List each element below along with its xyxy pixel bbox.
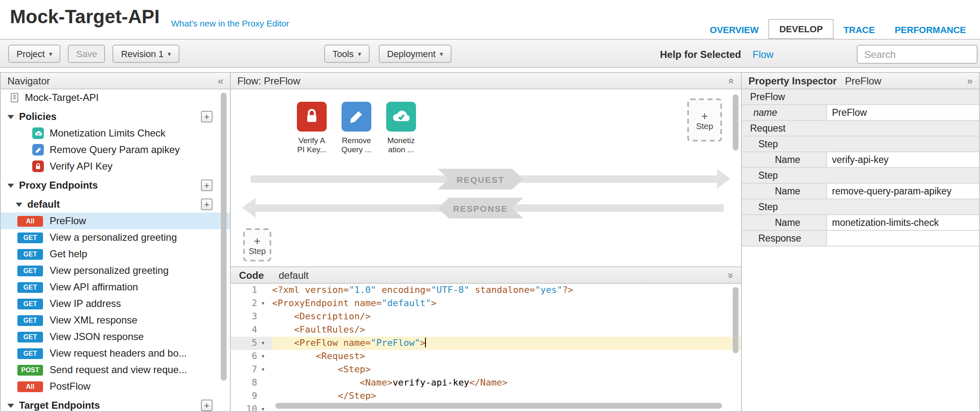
code-horizontal-scrollbar[interactable] xyxy=(275,403,722,409)
save-button[interactable]: Save xyxy=(68,45,105,63)
proxy-endpoints-section-header[interactable]: Proxy Endpoints + xyxy=(1,177,230,194)
navigator-root-item[interactable]: Mock-Target-API xyxy=(1,89,230,106)
tools-menu-button[interactable]: Tools ▾ xyxy=(324,45,369,63)
search-input[interactable] xyxy=(857,45,978,64)
get-badge: GET xyxy=(17,348,43,359)
gutter-cell: 3 xyxy=(231,310,272,323)
code-token: name= xyxy=(349,298,382,309)
code-line[interactable]: 1<?xml version="1.0" encoding="UTF-8" st… xyxy=(231,284,741,297)
navigator-scrollbar[interactable] xyxy=(221,93,227,381)
code-token xyxy=(272,324,294,335)
code-text: <FaultRules/> xyxy=(272,323,741,337)
monetization-node[interactable] xyxy=(386,102,416,132)
flow-item[interactable]: GET View request headers and bo... xyxy=(1,345,230,362)
tab-performance[interactable]: PERFORMANCE xyxy=(885,21,976,39)
tab-trace[interactable]: TRACE xyxy=(834,21,885,39)
property-value[interactable]: PreFlow xyxy=(826,105,979,120)
deployment-menu-button[interactable]: Deployment ▾ xyxy=(379,45,451,63)
fold-arrow-icon[interactable]: ▾ xyxy=(257,350,269,363)
caret-down-icon: ▾ xyxy=(167,50,171,57)
navigator-title: Navigator xyxy=(7,75,50,86)
code-line[interactable]: 9 </Step> xyxy=(231,390,741,403)
policy-item-monetization[interactable]: Monetization Limits Check xyxy=(1,125,230,141)
tab-develop[interactable]: DEVELOP xyxy=(769,19,834,39)
property-label: name xyxy=(742,105,826,120)
gutter-cell: 9 xyxy=(231,390,272,403)
policy-item-remove-query-param[interactable]: Remove Query Param apikey xyxy=(1,141,230,158)
policies-section-header[interactable]: Policies + xyxy=(1,108,230,125)
code-line[interactable]: 5▾ <PreFlow name="PreFlow"> xyxy=(231,337,741,350)
policy-item-verify-api-key[interactable]: Verify API Key xyxy=(1,158,230,175)
add-step-button-request[interactable]: + Step xyxy=(687,98,722,141)
flow-item-preflow[interactable]: All PreFlow xyxy=(1,213,230,229)
code-line[interactable]: 3 <Description/> xyxy=(231,310,741,323)
section-row-step: Step xyxy=(742,137,979,152)
revision-menu-button[interactable]: Revision 1 ▾ xyxy=(113,45,179,63)
line-number: 5 xyxy=(231,337,257,350)
code-vertical-scrollbar[interactable] xyxy=(733,287,739,353)
code-line[interactable]: 6▾ <Request> xyxy=(231,350,741,363)
get-badge: GET xyxy=(17,331,43,342)
flow-item[interactable]: GET View XML response xyxy=(1,312,230,328)
toolbar-left-group: Project ▾ Save Revision 1 ▾ xyxy=(8,45,179,63)
collapse-panel-icon[interactable]: « xyxy=(218,76,223,86)
add-proxy-endpoint-button[interactable]: + xyxy=(201,180,213,191)
flow-item[interactable]: GET View a personalized greeting xyxy=(1,229,230,246)
toolbar: Project ▾ Save Revision 1 ▾ Tools ▾ Depl… xyxy=(0,39,980,68)
remove-query-param-node[interactable] xyxy=(342,102,371,132)
flow-label: View a personalized greeting xyxy=(50,232,177,243)
property-value[interactable]: monetization-limits-check xyxy=(826,215,979,230)
get-badge: GET xyxy=(17,315,43,326)
property-value[interactable]: remove-query-param-apikey xyxy=(826,184,979,199)
line-number: 7 xyxy=(231,363,257,376)
target-endpoints-section-header[interactable]: Target Endpoints + xyxy=(1,397,230,411)
fold-arrow-icon[interactable]: ▾ xyxy=(257,337,269,350)
add-policy-button[interactable]: + xyxy=(201,111,213,122)
tab-overview[interactable]: OVERVIEW xyxy=(700,21,769,39)
add-target-endpoint-button[interactable]: + xyxy=(201,400,213,411)
section-label: Request xyxy=(742,121,826,136)
verify-api-key-node[interactable] xyxy=(297,102,327,132)
revision-label: Revision 1 xyxy=(121,49,164,59)
flow-item[interactable]: GET View personalized greeting xyxy=(1,262,230,279)
save-label: Save xyxy=(76,49,97,59)
project-menu-button[interactable]: Project ▾ xyxy=(8,45,61,63)
whats-new-link[interactable]: What's new in the Proxy Editor xyxy=(171,18,289,28)
flow-canvas-scrollbar[interactable] xyxy=(733,94,739,151)
code-line[interactable]: 8 <Name>verify-api-key</Name> xyxy=(231,376,741,390)
chevron-down-icon[interactable] xyxy=(16,202,22,206)
add-step-button-response[interactable]: + Step xyxy=(243,228,271,261)
add-flow-button[interactable]: + xyxy=(201,199,213,210)
node-label-line: ation ... xyxy=(388,145,414,154)
flow-item[interactable]: GET View JSON response xyxy=(1,328,230,345)
edit-policy-icon xyxy=(32,144,44,156)
fold-spacer xyxy=(257,284,269,297)
help-flow-link[interactable]: Flow xyxy=(753,49,774,60)
chevron-down-icon[interactable] xyxy=(7,183,14,187)
node-label-line: Monetiz xyxy=(387,136,415,145)
chevron-down-icon[interactable] xyxy=(7,115,14,119)
flow-item[interactable]: GET Get help xyxy=(1,246,230,262)
flow-item[interactable]: GET View IP address xyxy=(1,295,230,312)
fold-arrow-icon[interactable]: ▾ xyxy=(257,363,269,376)
flow-item[interactable]: GET View API affirmation xyxy=(1,279,230,295)
expand-panel-icon[interactable]: » xyxy=(967,76,973,86)
property-value[interactable] xyxy=(826,231,979,246)
line-number: 1 xyxy=(231,284,257,297)
code-token: "1.0" xyxy=(349,285,376,295)
code-line[interactable]: 2▾<ProxyEndpoint name="default"> xyxy=(231,297,741,310)
fold-arrow-icon[interactable]: ▾ xyxy=(257,297,269,310)
chevron-down-icon[interactable] xyxy=(7,403,14,407)
section-row-preflow: PreFlow xyxy=(742,89,979,105)
property-value[interactable]: verify-api-key xyxy=(826,152,979,167)
code-line[interactable]: 7▾ <Step> xyxy=(231,363,741,376)
flow-item[interactable]: POST Send request and view reque... xyxy=(1,362,230,378)
expand-down-icon[interactable]: « xyxy=(725,272,735,278)
request-ribbon: REQUEST xyxy=(437,169,523,189)
flow-item-postflow[interactable]: All PostFlow xyxy=(1,378,230,395)
default-endpoint-group[interactable]: default + xyxy=(1,196,230,213)
code-line[interactable]: 4 <FaultRules/> xyxy=(231,323,741,337)
code-editor[interactable]: 1<?xml version="1.0" encoding="UTF-8" st… xyxy=(231,284,741,411)
collapse-up-icon[interactable]: « xyxy=(727,78,736,83)
fold-arrow-icon[interactable]: ▾ xyxy=(257,403,269,411)
